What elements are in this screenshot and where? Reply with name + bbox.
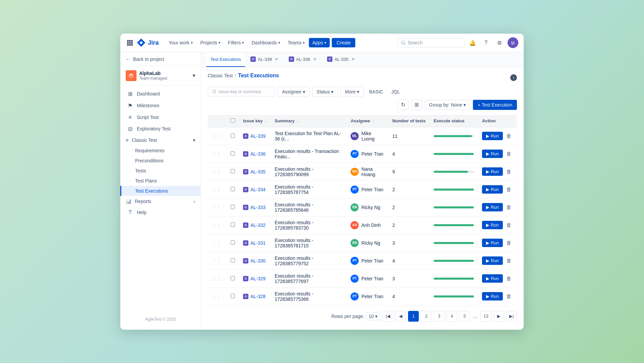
run-button[interactable]: ▶ Run <box>482 185 503 194</box>
delete-button[interactable]: 🗑 <box>505 239 513 247</box>
drag-handle-icon[interactable]: ⋮⋮ <box>212 133 223 139</box>
sidebar-item-requirements[interactable]: Requirements <box>120 146 201 156</box>
delete-button[interactable]: 🗑 <box>505 150 513 158</box>
execute-status-header[interactable]: Execute status <box>430 115 478 127</box>
row-checkbox[interactable] <box>231 276 235 280</box>
run-button[interactable]: ▶ Run <box>482 221 503 229</box>
page-4-button[interactable]: 4 <box>446 311 457 322</box>
search-box[interactable]: Search <box>397 38 465 47</box>
next-page-button[interactable]: ▶ <box>493 311 504 322</box>
summary-header[interactable]: Summary ↕ <box>271 115 347 127</box>
row-checkbox[interactable] <box>231 258 235 263</box>
sidebar-item-test-plans[interactable]: Test Plans <box>120 176 201 186</box>
new-test-execution-button[interactable]: + Test Execution <box>473 100 517 110</box>
rows-per-page-select[interactable]: 10 ▾ <box>366 312 381 320</box>
group-by-button[interactable]: Group by: None ▾ <box>425 100 470 110</box>
issue-link[interactable]: ⚙ AL-328 <box>243 294 267 299</box>
sidebar-item-preconditions[interactable]: Preconditions <box>120 156 201 166</box>
tab-al339[interactable]: ⚙ AL-339 ✕ <box>246 52 283 67</box>
page-2-button[interactable]: 2 <box>421 311 432 322</box>
drag-handle-icon[interactable]: ⋮⋮ <box>212 151 223 157</box>
issue-link[interactable]: ⚙ AL-334 <box>243 187 267 192</box>
settings-icon[interactable]: ⚙ <box>494 37 505 48</box>
tab-close-al335[interactable]: ✕ <box>351 56 356 62</box>
delete-button[interactable]: 🗑 <box>505 221 513 230</box>
first-page-button[interactable]: |◀ <box>383 311 393 322</box>
run-button[interactable]: ▶ Run <box>482 203 503 211</box>
status-filter[interactable]: Status ▾ <box>312 87 338 97</box>
drag-handle-icon[interactable]: ⋮⋮ <box>212 223 223 228</box>
sidebar-item-script-test[interactable]: ≡ Script Test <box>120 112 201 123</box>
delete-button[interactable]: 🗑 <box>505 203 513 212</box>
select-all-checkbox[interactable] <box>231 118 235 123</box>
page-3-button[interactable]: 3 <box>434 311 444 322</box>
delete-button[interactable]: 🗑 <box>505 274 513 283</box>
run-button[interactable]: ▶ Run <box>482 132 503 140</box>
nav-projects[interactable]: Projects ▾ <box>197 38 224 47</box>
tab-al336[interactable]: ⚙ AL-336 ✕ <box>285 52 322 67</box>
row-checkbox[interactable] <box>231 205 235 209</box>
issue-link[interactable]: ⚙ AL-333 <box>243 205 267 210</box>
issue-link[interactable]: ⚙ AL-335 <box>243 169 267 174</box>
columns-icon[interactable]: ⊞ <box>411 99 422 110</box>
run-button[interactable]: ▶ Run <box>482 292 503 300</box>
tab-close-al339[interactable]: ✕ <box>274 56 279 62</box>
last-page-button[interactable]: ▶| <box>506 311 517 322</box>
more-filter[interactable]: More ▾ <box>340 87 364 97</box>
row-checkbox[interactable] <box>231 187 235 191</box>
nav-teams[interactable]: Teams ▾ <box>284 38 308 47</box>
create-button[interactable]: Create <box>332 38 355 47</box>
num-tests-header[interactable]: Number of tests <box>388 115 430 127</box>
row-checkbox[interactable] <box>231 151 235 156</box>
delete-button[interactable]: 🗑 <box>505 185 513 194</box>
run-button[interactable]: ▶ Run <box>482 150 503 158</box>
run-button[interactable]: ▶ Run <box>482 167 503 176</box>
tab-test-executions[interactable]: Test Executions <box>206 52 245 67</box>
nav-your-work[interactable]: Your work ▾ <box>165 38 196 47</box>
sidebar-item-exploratory-test[interactable]: ⊟ Exploratory Test <box>120 123 201 135</box>
basic-mode[interactable]: BASIC <box>366 88 386 96</box>
filter-search[interactable]: Issue key or summary <box>208 87 275 96</box>
drag-handle-icon[interactable]: ⋮⋮ <box>212 294 223 299</box>
assignee-header[interactable]: Assignee ↕ <box>347 115 388 127</box>
sidebar-item-dashboard[interactable]: ⊞ Dashboard <box>120 88 201 100</box>
chevron-down-icon[interactable]: ▾ <box>193 72 195 79</box>
tab-al335[interactable]: ⚙ AL-335 ✕ <box>323 52 360 67</box>
page-13-button[interactable]: 13 <box>481 311 491 322</box>
issue-link[interactable]: ⚙ AL-339 <box>243 133 267 139</box>
sidebar-item-milestones[interactable]: ⚑ Milestones <box>120 100 201 112</box>
delete-button[interactable]: 🗑 <box>505 292 513 301</box>
drag-handle-icon[interactable]: ⋮⋮ <box>212 258 223 264</box>
jql-mode[interactable]: JQL <box>389 88 403 96</box>
delete-button[interactable]: 🗑 <box>505 256 513 265</box>
delete-button[interactable]: 🗑 <box>505 167 513 176</box>
nav-apps[interactable]: Apps ▾ <box>309 38 330 47</box>
issue-link[interactable]: ⚙ AL-329 <box>243 276 267 281</box>
sidebar-item-tests[interactable]: Tests <box>120 166 201 176</box>
sidebar-item-reports[interactable]: 📊 Reports › <box>120 196 201 207</box>
prev-page-button[interactable]: ◀ <box>395 311 406 322</box>
drag-handle-icon[interactable]: ⋮⋮ <box>212 205 223 210</box>
page-5-button[interactable]: 5 <box>459 311 470 322</box>
tab-close-al336[interactable]: ✕ <box>312 56 318 62</box>
drag-handle-icon[interactable]: ⋮⋮ <box>212 276 223 281</box>
drag-handle-icon[interactable]: ⋮⋮ <box>212 240 223 246</box>
drag-handle-icon[interactable]: ⋮⋮ <box>212 169 223 174</box>
row-checkbox[interactable] <box>231 294 235 298</box>
run-button[interactable]: ▶ Run <box>482 274 503 283</box>
assignee-filter[interactable]: Assignee ▾ <box>278 87 310 97</box>
notifications-icon[interactable]: 🔔 <box>467 37 478 48</box>
help-icon[interactable]: ? <box>481 37 491 48</box>
sidebar-item-test-executions[interactable]: Test Executions <box>120 186 201 196</box>
row-checkbox[interactable] <box>231 223 235 227</box>
back-to-project[interactable]: ← Back to project <box>120 52 201 66</box>
sidebar-item-help[interactable]: ? Help <box>120 207 201 218</box>
issue-link[interactable]: ⚙ AL-330 <box>243 258 267 264</box>
page-1-button[interactable]: 1 <box>408 311 419 322</box>
refresh-icon[interactable]: ↻ <box>398 99 408 110</box>
run-button[interactable]: ▶ Run <box>482 256 503 265</box>
delete-button[interactable]: 🗑 <box>505 132 513 140</box>
drag-handle-icon[interactable]: ⋮⋮ <box>212 187 223 192</box>
row-checkbox[interactable] <box>231 240 235 245</box>
nav-filters[interactable]: Filters ▾ <box>225 38 247 47</box>
